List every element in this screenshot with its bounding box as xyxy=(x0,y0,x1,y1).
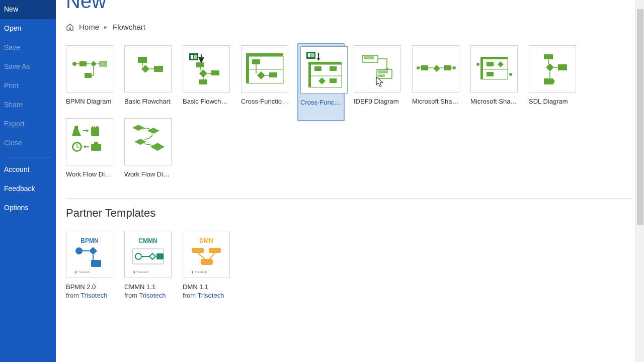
template-label: SDL Diagram xyxy=(529,98,576,105)
sidebar-options[interactable]: Options xyxy=(0,199,56,218)
svg-rect-42 xyxy=(330,66,337,71)
svg-rect-75 xyxy=(91,144,101,151)
template-sdl-diagram[interactable]: SDL Diagram xyxy=(529,45,576,107)
badge-text: DMN xyxy=(199,237,213,244)
badge-text: BPMN xyxy=(80,237,98,244)
svg-point-62 xyxy=(476,63,479,66)
template-basic-flowchart-data[interactable]: Basic Flowchart... xyxy=(183,45,230,107)
template-label: Cross-Functional... xyxy=(241,98,288,105)
main-content: New Home ▸ Flowchart xyxy=(56,0,644,362)
svg-point-52 xyxy=(453,66,456,69)
sidebar-account[interactable]: Account xyxy=(0,160,56,179)
svg-point-77 xyxy=(75,247,83,254)
svg-rect-43 xyxy=(330,78,337,83)
breadcrumb: Home ▸ Flowchart xyxy=(66,23,634,31)
template-idef0-diagram[interactable]: IDEF0 Diagram xyxy=(354,45,401,107)
svg-line-92 xyxy=(198,253,205,259)
svg-text:▮: ▮ xyxy=(192,270,193,274)
badge-text: CMMN xyxy=(138,237,157,244)
partner-template-sub: from Trisotech xyxy=(183,292,230,299)
svg-rect-57 xyxy=(480,57,508,59)
svg-rect-10 xyxy=(154,66,163,72)
sidebar-save: Save xyxy=(0,38,56,57)
partner-template-sub: from Trisotech xyxy=(66,292,113,299)
svg-rect-9 xyxy=(138,57,147,63)
breadcrumb-home[interactable]: Home xyxy=(79,23,99,31)
vertical-scrollbar[interactable] xyxy=(635,0,644,362)
svg-rect-18 xyxy=(199,79,207,84)
svg-rect-91 xyxy=(201,259,213,265)
partner-template-label: DMN 1.1 xyxy=(183,283,230,291)
template-label: Microsoft Share... xyxy=(412,98,459,105)
svg-rect-64 xyxy=(487,72,494,76)
partner-templates-row: BPMN ▮Trisotech BPMN 2.0 from Trisotech … xyxy=(66,231,634,299)
template-gallery: BPMN Diagram Basic Flowchart xyxy=(66,45,634,178)
partner-template-dmn[interactable]: DMN ▮Trisotech DMN 1.1 from Trisotech xyxy=(183,231,230,299)
partner-template-label: BPMN 2.0 xyxy=(66,283,113,291)
sidebar-share: Share xyxy=(0,96,56,115)
svg-rect-34 xyxy=(311,53,314,57)
svg-rect-47 xyxy=(378,70,388,73)
template-basic-flowchart[interactable]: Basic Flowchart xyxy=(124,45,172,107)
svg-text:Trisotech: Trisotech xyxy=(78,270,90,274)
template-label: Work Flow Diagr... xyxy=(124,170,172,178)
svg-rect-23 xyxy=(246,56,249,83)
template-cross-functional[interactable]: Cross-Functional... xyxy=(241,45,288,107)
template-work-flow-1[interactable]: Work Flow Diagr... xyxy=(66,118,113,178)
svg-rect-15 xyxy=(194,55,197,59)
svg-rect-28 xyxy=(252,59,260,64)
sidebar-print: Print xyxy=(0,76,56,96)
template-microsoft-sharepoint-2[interactable]: Microsoft Share... xyxy=(470,45,518,107)
svg-rect-1 xyxy=(79,61,87,66)
svg-text:▮: ▮ xyxy=(75,270,76,274)
svg-point-84 xyxy=(135,253,141,259)
chevron-right-icon: ▸ xyxy=(104,23,108,31)
template-label: Work Flow Diagr... xyxy=(66,170,113,178)
svg-rect-90 xyxy=(209,248,221,253)
template-label: IDEF0 Diagram xyxy=(354,98,401,105)
sidebar-new[interactable]: New xyxy=(0,0,56,19)
sidebar-open[interactable]: Open xyxy=(0,19,56,38)
sidebar-save-as: Save As xyxy=(0,57,56,76)
template-label: Basic Flowchart... xyxy=(183,98,230,105)
svg-point-51 xyxy=(417,66,420,69)
svg-rect-36 xyxy=(308,64,311,87)
svg-rect-66 xyxy=(544,54,553,59)
svg-point-0 xyxy=(72,62,76,66)
svg-rect-89 xyxy=(192,248,204,253)
template-label: Basic Flowchart xyxy=(124,98,172,105)
svg-rect-79 xyxy=(91,260,101,267)
scrollbar-thumb[interactable] xyxy=(637,9,643,225)
breadcrumb-current[interactable]: Flowchart xyxy=(113,23,145,31)
partner-template-sub: from Trisotech xyxy=(124,292,172,299)
svg-text:▮: ▮ xyxy=(133,270,135,274)
template-microsoft-sharepoint-1[interactable]: Microsoft Share... xyxy=(412,45,459,107)
svg-rect-48 xyxy=(378,74,385,77)
template-label: Cross-Functional... xyxy=(300,99,342,106)
svg-rect-58 xyxy=(480,59,483,79)
svg-rect-85 xyxy=(156,253,164,259)
sidebar-close: Close xyxy=(0,134,56,153)
sidebar-export: Export xyxy=(0,115,56,134)
svg-text:Trisotech: Trisotech xyxy=(195,270,207,274)
svg-rect-76 xyxy=(94,142,98,144)
partner-template-cmmn[interactable]: CMMN ▮Trisotech CMMN 1.1 from Trisotech xyxy=(124,231,172,299)
template-work-flow-2[interactable]: Work Flow Diagr... xyxy=(124,118,172,178)
partner-templates-heading: Partner Templates xyxy=(66,198,634,220)
partner-template-label: CMMN 1.1 xyxy=(124,283,172,291)
sidebar-separator xyxy=(4,157,52,157)
svg-rect-35 xyxy=(308,62,342,64)
template-cross-functional-data[interactable]: Cross-Functional... xyxy=(297,43,345,121)
svg-text:Trisotech: Trisotech xyxy=(136,270,148,274)
page-title: New xyxy=(66,0,634,13)
template-label: BPMN Diagram xyxy=(66,98,113,105)
sidebar-feedback[interactable]: Feedback xyxy=(0,179,56,199)
svg-rect-45 xyxy=(364,56,374,59)
template-bpmn-diagram[interactable]: BPMN Diagram xyxy=(66,45,113,107)
svg-rect-16 xyxy=(196,62,204,67)
svg-rect-22 xyxy=(246,53,283,56)
partner-template-bpmn[interactable]: BPMN ▮Trisotech BPMN 2.0 from Trisotech xyxy=(66,231,113,299)
svg-rect-14 xyxy=(191,55,193,59)
svg-rect-2 xyxy=(100,61,107,66)
home-icon[interactable] xyxy=(66,23,74,31)
